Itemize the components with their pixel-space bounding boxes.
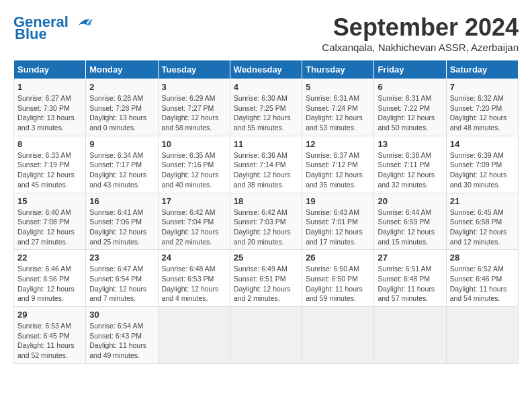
day-number: 30: [89, 310, 154, 320]
day-number: 28: [450, 253, 515, 263]
day-number: 21: [450, 196, 515, 206]
day-number: 4: [234, 82, 298, 92]
calendar-week-row: 1Sunrise: 6:27 AM Sunset: 7:30 PM Daylig…: [14, 79, 519, 136]
day-number: 20: [378, 196, 442, 206]
day-info: Sunrise: 6:41 AM Sunset: 7:06 PM Dayligh…: [89, 208, 154, 247]
day-info: Sunrise: 6:43 AM Sunset: 7:01 PM Dayligh…: [306, 208, 370, 247]
day-number: 5: [306, 82, 370, 92]
table-row: 18Sunrise: 6:42 AM Sunset: 7:03 PM Dayli…: [230, 193, 302, 250]
day-info: Sunrise: 6:42 AM Sunset: 7:04 PM Dayligh…: [162, 208, 226, 247]
day-number: 1: [17, 82, 82, 92]
day-info: Sunrise: 6:49 AM Sunset: 6:51 PM Dayligh…: [234, 264, 298, 304]
day-info: Sunrise: 6:27 AM Sunset: 7:30 PM Dayligh…: [17, 93, 82, 133]
day-number: 11: [234, 139, 298, 149]
table-row: 29Sunrise: 6:53 AM Sunset: 6:45 PM Dayli…: [14, 307, 86, 364]
table-row: 22Sunrise: 6:46 AM Sunset: 6:56 PM Dayli…: [14, 250, 86, 307]
logo-bird-icon: [74, 15, 93, 30]
day-info: Sunrise: 6:31 AM Sunset: 7:24 PM Dayligh…: [306, 93, 370, 133]
day-info: Sunrise: 6:34 AM Sunset: 7:17 PM Dayligh…: [89, 150, 154, 190]
table-row: 11Sunrise: 6:36 AM Sunset: 7:14 PM Dayli…: [230, 136, 302, 193]
day-number: 24: [162, 253, 226, 263]
table-row: 16Sunrise: 6:41 AM Sunset: 7:06 PM Dayli…: [86, 193, 158, 250]
day-number: 14: [450, 139, 515, 149]
table-row: 8Sunrise: 6:33 AM Sunset: 7:19 PM Daylig…: [14, 136, 86, 193]
table-row: 23Sunrise: 6:47 AM Sunset: 6:54 PM Dayli…: [86, 250, 158, 307]
day-number: 16: [89, 196, 154, 206]
day-info: Sunrise: 6:48 AM Sunset: 6:53 PM Dayligh…: [162, 264, 226, 304]
col-thursday: Thursday: [302, 60, 374, 79]
location-title: Calxanqala, Nakhichevan ASSR, Azerbaijan: [322, 42, 519, 53]
day-info: Sunrise: 6:45 AM Sunset: 6:58 PM Dayligh…: [450, 208, 515, 247]
day-number: 3: [162, 82, 226, 92]
day-info: Sunrise: 6:40 AM Sunset: 7:08 PM Dayligh…: [17, 208, 82, 247]
col-friday: Friday: [374, 60, 446, 79]
table-row: 5Sunrise: 6:31 AM Sunset: 7:24 PM Daylig…: [302, 79, 374, 136]
day-number: 6: [378, 82, 442, 92]
day-number: 25: [234, 253, 298, 263]
table-row: 10Sunrise: 6:35 AM Sunset: 7:16 PM Dayli…: [158, 136, 230, 193]
day-number: 18: [234, 196, 298, 206]
table-row: 17Sunrise: 6:42 AM Sunset: 7:04 PM Dayli…: [158, 193, 230, 250]
day-number: 26: [306, 253, 370, 263]
col-sunday: Sunday: [14, 60, 86, 79]
col-monday: Monday: [86, 60, 158, 79]
page-header: General Blue September 2024 Calxanqala, …: [13, 13, 519, 53]
table-row: [374, 307, 446, 364]
day-info: Sunrise: 6:44 AM Sunset: 6:59 PM Dayligh…: [378, 208, 442, 247]
table-row: 9Sunrise: 6:34 AM Sunset: 7:17 PM Daylig…: [86, 136, 158, 193]
table-row: 4Sunrise: 6:30 AM Sunset: 7:25 PM Daylig…: [230, 79, 302, 136]
day-info: Sunrise: 6:52 AM Sunset: 6:46 PM Dayligh…: [450, 264, 515, 304]
day-number: 9: [89, 139, 154, 149]
col-saturday: Saturday: [446, 60, 518, 79]
logo: General Blue: [13, 13, 93, 43]
table-row: 13Sunrise: 6:38 AM Sunset: 7:11 PM Dayli…: [374, 136, 446, 193]
calendar-week-row: 29Sunrise: 6:53 AM Sunset: 6:45 PM Dayli…: [14, 307, 519, 364]
table-row: 15Sunrise: 6:40 AM Sunset: 7:08 PM Dayli…: [14, 193, 86, 250]
table-row: 1Sunrise: 6:27 AM Sunset: 7:30 PM Daylig…: [14, 79, 86, 136]
col-wednesday: Wednesday: [230, 60, 302, 79]
table-row: 30Sunrise: 6:54 AM Sunset: 6:43 PM Dayli…: [86, 307, 158, 364]
day-number: 15: [17, 196, 82, 206]
day-number: 8: [17, 139, 82, 149]
day-info: Sunrise: 6:36 AM Sunset: 7:14 PM Dayligh…: [234, 150, 298, 190]
table-row: [446, 307, 518, 364]
day-info: Sunrise: 6:50 AM Sunset: 6:50 PM Dayligh…: [306, 264, 370, 304]
table-row: 25Sunrise: 6:49 AM Sunset: 6:51 PM Dayli…: [230, 250, 302, 307]
table-row: 2Sunrise: 6:28 AM Sunset: 7:28 PM Daylig…: [86, 79, 158, 136]
day-info: Sunrise: 6:53 AM Sunset: 6:45 PM Dayligh…: [17, 321, 82, 361]
calendar-week-row: 8Sunrise: 6:33 AM Sunset: 7:19 PM Daylig…: [14, 136, 519, 193]
day-number: 27: [378, 253, 442, 263]
table-row: [302, 307, 374, 364]
table-row: 24Sunrise: 6:48 AM Sunset: 6:53 PM Dayli…: [158, 250, 230, 307]
day-info: Sunrise: 6:35 AM Sunset: 7:16 PM Dayligh…: [162, 150, 226, 190]
table-row: 26Sunrise: 6:50 AM Sunset: 6:50 PM Dayli…: [302, 250, 374, 307]
table-row: 20Sunrise: 6:44 AM Sunset: 6:59 PM Dayli…: [374, 193, 446, 250]
day-number: 2: [89, 82, 154, 92]
table-row: 12Sunrise: 6:37 AM Sunset: 7:12 PM Dayli…: [302, 136, 374, 193]
table-row: 27Sunrise: 6:51 AM Sunset: 6:48 PM Dayli…: [374, 250, 446, 307]
col-tuesday: Tuesday: [158, 60, 230, 79]
logo-blue-text: Blue: [15, 26, 47, 43]
table-row: [230, 307, 302, 364]
day-number: 29: [17, 310, 82, 320]
day-info: Sunrise: 6:30 AM Sunset: 7:25 PM Dayligh…: [234, 93, 298, 133]
calendar-table: Sunday Monday Tuesday Wednesday Thursday…: [13, 60, 519, 364]
day-number: 12: [306, 139, 370, 149]
day-info: Sunrise: 6:54 AM Sunset: 6:43 PM Dayligh…: [89, 321, 154, 361]
day-number: 22: [17, 253, 82, 263]
day-info: Sunrise: 6:47 AM Sunset: 6:54 PM Dayligh…: [89, 264, 154, 304]
day-number: 13: [378, 139, 442, 149]
day-number: 17: [162, 196, 226, 206]
table-row: [158, 307, 230, 364]
day-info: Sunrise: 6:28 AM Sunset: 7:28 PM Dayligh…: [89, 93, 154, 133]
day-info: Sunrise: 6:31 AM Sunset: 7:22 PM Dayligh…: [378, 93, 442, 133]
table-row: 28Sunrise: 6:52 AM Sunset: 6:46 PM Dayli…: [446, 250, 518, 307]
day-info: Sunrise: 6:32 AM Sunset: 7:20 PM Dayligh…: [450, 93, 515, 133]
title-section: September 2024 Calxanqala, Nakhichevan A…: [322, 13, 519, 53]
table-row: 14Sunrise: 6:39 AM Sunset: 7:09 PM Dayli…: [446, 136, 518, 193]
table-row: 6Sunrise: 6:31 AM Sunset: 7:22 PM Daylig…: [374, 79, 446, 136]
month-title: September 2024: [322, 13, 519, 42]
day-number: 23: [89, 253, 154, 263]
table-row: 3Sunrise: 6:29 AM Sunset: 7:27 PM Daylig…: [158, 79, 230, 136]
day-info: Sunrise: 6:39 AM Sunset: 7:09 PM Dayligh…: [450, 150, 515, 190]
